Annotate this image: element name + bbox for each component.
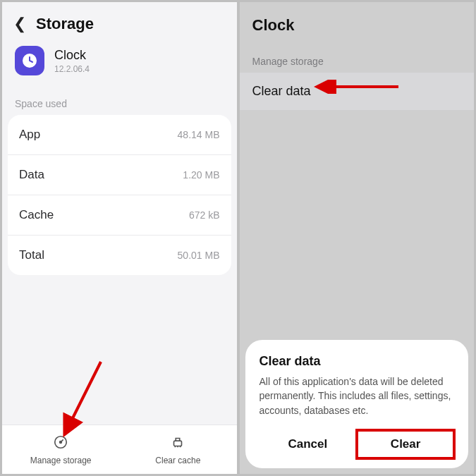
bottom-tabs: Manage storage Clear cache	[2, 425, 237, 474]
page-title: Storage	[36, 15, 94, 33]
manage-storage-button[interactable]: Manage storage	[2, 425, 119, 474]
manage-storage-screen: Clock Manage storage Clear data Clear da…	[238, 2, 475, 474]
header: ❮ Storage	[2, 2, 237, 39]
clear-data-row[interactable]: Clear data	[240, 73, 475, 110]
clear-button[interactable]: Clear	[357, 430, 454, 458]
clock-app-icon	[15, 46, 44, 75]
manage-storage-label: Manage storage	[240, 42, 475, 73]
storage-screen: ❮ Storage Clock 12.2.06.4 Space used App…	[2, 2, 238, 474]
app-name: Clock	[54, 48, 90, 63]
clear-cache-button[interactable]: Clear cache	[119, 425, 236, 474]
svg-point-2	[60, 441, 62, 443]
dialog-title: Clear data	[260, 354, 455, 369]
space-used-card: App 48.14 MB Data 1.20 MB Cache 672 kB T…	[8, 115, 231, 275]
dialog-body: All of this application's data will be d…	[260, 374, 455, 417]
row-cache: Cache 672 kB	[8, 195, 231, 236]
svg-rect-3	[174, 441, 182, 446]
row-data: Data 1.20 MB	[8, 155, 231, 195]
back-icon[interactable]: ❮	[13, 15, 26, 33]
gauge-icon	[53, 434, 68, 453]
page-title: Clock	[240, 2, 475, 42]
row-total: Total 50.01 MB	[8, 236, 231, 275]
app-info-row: Clock 12.2.06.4	[2, 39, 237, 85]
row-app: App 48.14 MB	[8, 115, 231, 155]
app-version: 12.2.06.4	[54, 64, 90, 74]
space-used-label: Space used	[2, 85, 237, 115]
svg-line-4	[66, 362, 101, 432]
clear-data-dialog: Clear data All of this application's dat…	[245, 340, 469, 468]
cancel-button[interactable]: Cancel	[260, 430, 357, 458]
broom-icon	[170, 434, 185, 453]
